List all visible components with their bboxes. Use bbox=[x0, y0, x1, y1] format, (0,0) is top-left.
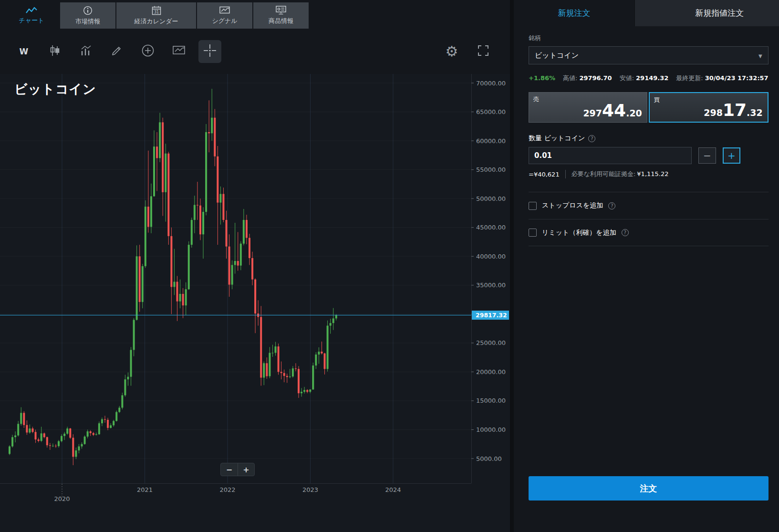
buy-label: 買 bbox=[654, 96, 660, 104]
candle-body bbox=[101, 419, 103, 423]
order-tab-label: 新規注文 bbox=[558, 8, 591, 19]
candle-body bbox=[330, 323, 332, 325]
y-axis-label: 70000.00 bbox=[476, 80, 506, 87]
candle-body bbox=[14, 436, 16, 438]
zoom-control: − + bbox=[220, 463, 255, 476]
timeframe-button[interactable]: W bbox=[12, 40, 35, 63]
candle-body bbox=[162, 122, 164, 192]
candle-body bbox=[153, 146, 155, 196]
candle-body bbox=[211, 118, 213, 134]
candle-body bbox=[292, 368, 294, 376]
candle-body bbox=[335, 315, 337, 319]
candle-body bbox=[49, 445, 51, 446]
gear-icon bbox=[446, 44, 458, 59]
symbol-dropdown[interactable]: ビットコイン bbox=[529, 46, 769, 64]
stoploss-row[interactable]: ストップロスを追加 bbox=[529, 192, 769, 219]
tab-new-limit-order[interactable]: 新規指値注文 bbox=[634, 0, 779, 26]
candlestick-icon bbox=[49, 44, 61, 59]
limit-checkbox[interactable] bbox=[529, 229, 537, 237]
candle-body bbox=[95, 434, 97, 435]
candle-body bbox=[110, 425, 112, 428]
x-axis-label: 2020 bbox=[54, 495, 70, 502]
candle-body bbox=[182, 294, 184, 305]
draw-button[interactable] bbox=[105, 40, 128, 63]
quantity-input[interactable] bbox=[529, 147, 692, 164]
sell-button[interactable]: 売 29744.20 bbox=[529, 92, 647, 123]
conversion-row: =¥40,621 必要な利用可能証拠金:¥1,115.22 bbox=[529, 170, 769, 178]
candle-body bbox=[170, 236, 172, 287]
help-icon[interactable] bbox=[622, 229, 629, 236]
limit-label: リミット（利確）を追加 bbox=[542, 229, 616, 237]
candle-body bbox=[185, 289, 187, 305]
help-icon[interactable] bbox=[588, 135, 595, 142]
candle-body bbox=[55, 446, 57, 446]
candle-body bbox=[324, 354, 326, 369]
crosshair-button[interactable] bbox=[198, 40, 221, 63]
x-axis-label: 2022 bbox=[219, 486, 235, 493]
limit-row[interactable]: リミット（利確）を追加 bbox=[529, 219, 769, 246]
candle-body bbox=[41, 433, 42, 441]
sell-label: 売 bbox=[533, 95, 539, 104]
chevron-down-icon bbox=[758, 51, 762, 60]
y-axis-label: 5000.00 bbox=[476, 455, 502, 462]
candle-body bbox=[191, 220, 193, 245]
zoom-out-button[interactable]: − bbox=[221, 463, 238, 476]
y-axis-label: 45000.00 bbox=[476, 224, 506, 231]
candle-body bbox=[93, 433, 94, 435]
candle-body bbox=[35, 432, 37, 439]
buy-button[interactable]: 買 29817.32 bbox=[649, 92, 769, 123]
main-tabs: チャート 市場情報 31 経済カレンダー bbox=[0, 0, 510, 29]
candle-body bbox=[78, 447, 80, 450]
candle-body bbox=[31, 428, 33, 432]
settings-button[interactable] bbox=[440, 40, 463, 63]
x-axis-label: 2023 bbox=[302, 486, 318, 493]
pencil-icon bbox=[111, 44, 123, 59]
y-axis-label: 50000.00 bbox=[476, 195, 506, 202]
candle-body bbox=[327, 326, 329, 369]
candle-body bbox=[136, 256, 138, 320]
candle-body bbox=[214, 118, 216, 156]
tab-label: 経済カレンダー bbox=[134, 17, 178, 26]
candle-body bbox=[208, 132, 210, 133]
candle-body bbox=[289, 376, 291, 377]
help-icon[interactable] bbox=[608, 202, 615, 209]
candle-body bbox=[229, 247, 230, 285]
quantity-increase-button[interactable] bbox=[723, 147, 740, 164]
compare-button[interactable] bbox=[167, 40, 190, 63]
quantity-decrease-button[interactable] bbox=[698, 147, 716, 164]
candle-body bbox=[260, 317, 262, 377]
candle-body bbox=[199, 206, 201, 235]
y-axis-label: 55000.00 bbox=[476, 166, 506, 173]
candle-body bbox=[38, 439, 40, 441]
stoploss-checkbox[interactable] bbox=[529, 202, 537, 210]
line-chart-icon bbox=[26, 7, 37, 14]
compare-icon bbox=[173, 45, 185, 58]
candle-body bbox=[58, 441, 60, 446]
candle-body bbox=[301, 392, 302, 393]
candle-body bbox=[98, 423, 100, 434]
tab-product-info[interactable]: 商品情報 bbox=[253, 2, 309, 29]
tab-signals[interactable]: シグナル bbox=[197, 2, 252, 29]
tab-economic-calendar[interactable]: 31 経済カレンダー bbox=[116, 2, 196, 29]
candle-body bbox=[147, 207, 149, 227]
spacer bbox=[529, 246, 769, 476]
tab-market-info[interactable]: 市場情報 bbox=[60, 2, 115, 29]
candle-body bbox=[156, 146, 158, 158]
zoom-in-button[interactable]: + bbox=[238, 463, 254, 476]
candle-body bbox=[251, 258, 253, 280]
trading-app: チャート 市場情報 31 経済カレンダー bbox=[0, 0, 779, 532]
calendar-icon: 31 bbox=[152, 6, 161, 15]
add-button[interactable] bbox=[136, 40, 159, 63]
tab-chart[interactable]: チャート bbox=[4, 2, 59, 29]
candle-body bbox=[266, 363, 268, 376]
price-chart[interactable]: 70000.0065000.0060000.0055000.0050000.00… bbox=[0, 74, 510, 532]
indicators-button[interactable] bbox=[74, 40, 97, 63]
candle-body bbox=[188, 245, 190, 289]
fullscreen-button[interactable] bbox=[472, 40, 495, 63]
candle-body bbox=[246, 220, 248, 238]
presentation-icon bbox=[276, 6, 286, 15]
y-axis-label: 60000.00 bbox=[476, 137, 506, 145]
tab-new-order[interactable]: 新規注文 bbox=[514, 0, 634, 26]
submit-order-button[interactable]: 注文 bbox=[529, 476, 769, 501]
candlestick-style-button[interactable] bbox=[43, 40, 66, 63]
